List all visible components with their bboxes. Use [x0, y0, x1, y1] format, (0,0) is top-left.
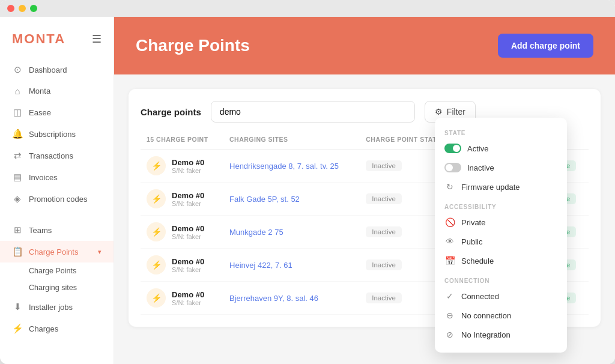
connected-icon: ✓: [444, 291, 455, 301]
filter-section-state: STATE: [435, 126, 567, 139]
chevron-down-icon: ▾: [98, 248, 101, 256]
cp-name-4: Demo #0: [172, 290, 204, 299]
state-badge-0: Inactive: [366, 160, 402, 171]
maximize-button[interactable]: [30, 5, 37, 12]
cell-charge-point-1: ⚡ Demo #0 S/N: faker: [141, 183, 223, 216]
filter-option-public[interactable]: 👁 Public: [435, 232, 567, 251]
sidebar-item-easee-label: Easee: [29, 108, 51, 117]
sidebar-item-transactions[interactable]: ⇄ Transactions: [0, 145, 114, 166]
filter-option-firmware[interactable]: ↻ Firmware update: [435, 177, 567, 196]
inactive-toggle[interactable]: [444, 163, 461, 172]
charges-icon: ⚡: [12, 323, 23, 334]
dashboard-icon: ⊙: [12, 64, 23, 75]
cell-site-3: Heinvej 422, 7. 61: [223, 249, 360, 282]
filter-option-no-connection[interactable]: ⊖ No connection: [435, 306, 567, 325]
sidebar-item-invoices[interactable]: ▤ Invoices: [0, 166, 114, 188]
state-badge-3: Inactive: [366, 259, 402, 270]
cp-name-1: Demo #0: [172, 191, 204, 200]
site-link-3[interactable]: Heinvej 422, 7. 61: [229, 261, 292, 270]
sidebar-item-dashboard[interactable]: ⊙ Dashboard: [0, 59, 114, 80]
table-section-title: Charge points: [141, 107, 201, 117]
search-input[interactable]: [211, 101, 415, 123]
sidebar-item-charge-points[interactable]: 📋 Charge Points ▾: [0, 241, 114, 262]
filter-firmware-label: Firmware update: [461, 183, 520, 192]
filter-no-integration-label: No Integration: [461, 330, 510, 339]
filter-public-label: Public: [461, 237, 482, 246]
installer-jobs-icon: ⬇: [12, 302, 23, 312]
filter-connected-label: Connected: [461, 292, 499, 301]
filter-inactive-label: Inactive: [467, 163, 494, 172]
sidebar-subitem-charging-sites[interactable]: Charging sites: [0, 279, 114, 296]
content-area: Charge points ⚙ Filter 15 CHARGE POINT: [114, 74, 615, 364]
sidebar-item-charge-points-label: Charge Points: [29, 247, 78, 256]
filter-option-inactive[interactable]: Inactive: [435, 158, 567, 177]
sidebar-item-dashboard-label: Dashboard: [29, 65, 67, 74]
sidebar-subitem-charge-points-label: Charge Points: [29, 267, 76, 275]
filter-no-connection-label: No connection: [461, 311, 511, 320]
easee-icon: ◫: [12, 107, 23, 118]
app-body: MONTA ☰ ⊙ Dashboard ⌂ Monta ◫ Easee 🔔 Su…: [0, 17, 615, 364]
cell-site-0: Hendriksengade 8, 7. sal. tv. 25: [223, 150, 360, 183]
sidebar-item-monta[interactable]: ⌂ Monta: [0, 80, 114, 102]
filter-schedule-label: Schedule: [461, 256, 494, 265]
private-icon: 🚫: [444, 217, 455, 227]
close-button[interactable]: [7, 5, 14, 12]
sidebar: MONTA ☰ ⊙ Dashboard ⌂ Monta ◫ Easee 🔔 Su…: [0, 17, 114, 364]
cp-sn-4: S/N: faker: [172, 299, 204, 306]
sidebar-item-teams-label: Teams: [29, 226, 52, 235]
sidebar-item-easee[interactable]: ◫ Easee: [0, 102, 114, 123]
state-badge-1: Inactive: [366, 193, 402, 204]
sidebar-item-charges-label: Charges: [29, 324, 58, 333]
filter-option-no-integration[interactable]: ⊘ No Integration: [435, 325, 567, 344]
firmware-icon: ↻: [444, 182, 455, 192]
site-link-2[interactable]: Munkgade 2 75: [229, 228, 283, 237]
cell-charge-point-0: ⚡ Demo #0 S/N: faker: [141, 150, 223, 183]
sidebar-item-transactions-label: Transactions: [29, 151, 73, 160]
transactions-icon: ⇄: [12, 150, 23, 161]
filter-option-active[interactable]: Active: [435, 139, 567, 158]
logo: MONTA: [12, 31, 65, 47]
hamburger-icon[interactable]: ☰: [92, 32, 101, 46]
cp-sn-0: S/N: faker: [172, 167, 204, 174]
promotion-codes-icon: ◈: [12, 193, 23, 204]
sidebar-subitem-charging-sites-label: Charging sites: [29, 284, 77, 292]
filter-option-schedule[interactable]: 📅 Schedule: [435, 251, 567, 270]
filter-option-connected[interactable]: ✓ Connected: [435, 287, 567, 306]
teams-icon: ⊞: [12, 225, 23, 235]
sidebar-item-teams[interactable]: ⊞ Teams: [0, 219, 114, 241]
filter-section-connection: CONNECTION: [435, 274, 567, 287]
sidebar-item-installer-jobs[interactable]: ⬇ Installer jobs: [0, 296, 114, 318]
site-link-1[interactable]: Falk Gade 5P, st. 52: [229, 195, 300, 204]
nav-divider: [0, 210, 114, 219]
cp-name-2: Demo #0: [172, 224, 204, 233]
minimize-button[interactable]: [19, 5, 26, 12]
sidebar-item-charges[interactable]: ⚡ Charges: [0, 318, 114, 339]
charge-points-icon: 📋: [12, 246, 23, 257]
add-charge-point-button[interactable]: Add charge point: [498, 34, 593, 58]
cell-charge-point-4: ⚡ Demo #0 S/N: faker: [141, 282, 223, 315]
bolt-icon-0: ⚡: [147, 156, 166, 175]
state-badge-2: Inactive: [366, 226, 402, 237]
no-connection-icon: ⊖: [444, 311, 455, 320]
sidebar-subitem-charge-points[interactable]: Charge Points: [0, 262, 114, 279]
sidebar-item-invoices-label: Invoices: [29, 173, 58, 182]
active-toggle[interactable]: [444, 144, 461, 153]
subscriptions-icon: 🔔: [12, 129, 23, 139]
sidebar-item-subscriptions[interactable]: 🔔 Subscriptions: [0, 123, 114, 145]
no-integration-icon: ⊘: [444, 330, 455, 339]
filter-option-private[interactable]: 🚫 Private: [435, 213, 567, 232]
public-icon: 👁: [444, 237, 455, 246]
sidebar-item-subscriptions-label: Subscriptions: [29, 130, 76, 139]
sidebar-item-promotion-codes[interactable]: ◈ Promotion codes: [0, 188, 114, 210]
filter-label: Filter: [447, 107, 465, 117]
toggle-knob: [453, 145, 460, 152]
invoices-icon: ▤: [12, 172, 23, 183]
col-charging-sites: CHARGING SITES: [223, 132, 360, 150]
bolt-icon-4: ⚡: [147, 288, 166, 308]
bolt-icon-3: ⚡: [147, 255, 166, 275]
site-link-0[interactable]: Hendriksengade 8, 7. sal. tv. 25: [229, 162, 339, 171]
cp-sn-2: S/N: faker: [172, 233, 204, 240]
col-charge-point: 15 CHARGE POINT: [141, 132, 223, 150]
filter-active-label: Active: [467, 144, 488, 153]
site-link-4[interactable]: Bjerrehaven 9Y, 8. sal. 46: [229, 294, 318, 303]
